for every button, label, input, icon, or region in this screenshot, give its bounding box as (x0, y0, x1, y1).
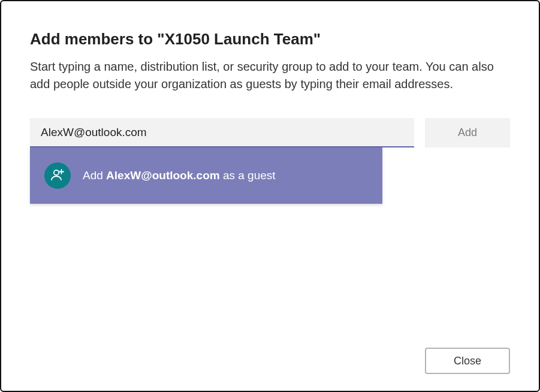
suggestion-suffix: as a guest (220, 169, 276, 182)
close-button[interactable]: Close (425, 348, 510, 374)
svg-point-0 (54, 170, 59, 175)
add-members-dialog: Add members to "X1050 Launch Team" Start… (0, 0, 540, 392)
dialog-description: Start typing a name, distribution list, … (30, 58, 509, 93)
dialog-title: Add members to "X1050 Launch Team" (30, 30, 510, 49)
member-search-input[interactable] (30, 118, 414, 147)
input-row: Add AlexW@outlook.com as a guest Add (30, 118, 510, 147)
input-wrapper: Add AlexW@outlook.com as a guest (30, 118, 414, 147)
add-button[interactable]: Add (425, 118, 510, 147)
suggestion-prefix: Add (83, 169, 106, 182)
guest-suggestion-item[interactable]: Add AlexW@outlook.com as a guest (30, 147, 382, 204)
add-guest-icon (44, 162, 71, 189)
suggestion-email: AlexW@outlook.com (106, 169, 220, 182)
suggestion-text: Add AlexW@outlook.com as a guest (83, 169, 276, 182)
